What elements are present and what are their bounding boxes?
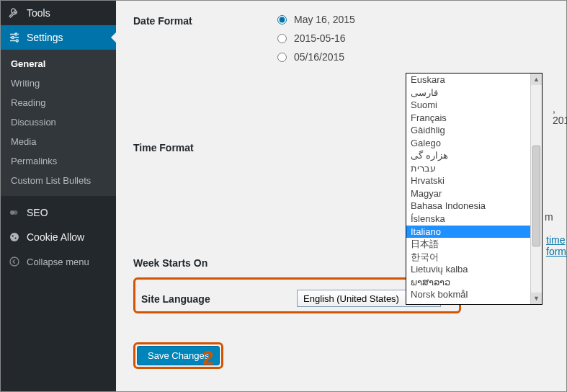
time-formatting-link[interactable]: time formatting — [546, 234, 567, 257]
svg-point-2 — [16, 40, 18, 42]
language-option[interactable]: 日本語 — [406, 238, 542, 251]
cookie-icon — [8, 231, 21, 244]
language-option[interactable]: هزاره گی — [406, 149, 542, 162]
label-time-format: Time Format — [133, 141, 277, 153]
svg-point-0 — [15, 33, 17, 35]
sliders-icon — [8, 31, 21, 44]
sidebar-item-label: Tools — [27, 7, 50, 19]
sidebar-item-tools[interactable]: Tools — [1, 1, 116, 25]
sidebar-item-label: SEO — [27, 207, 48, 218]
language-option[interactable]: ພາສາລາວ — [406, 276, 542, 289]
language-dropdown-list: EuskaraفارسیSuomiFrançaisGàidhligGalegoه… — [406, 74, 542, 304]
language-option[interactable]: Bahasa Indonesia — [406, 200, 542, 213]
sidebar-item-label: Cookie Allow — [27, 231, 84, 243]
scroll-up-icon[interactable]: ▲ — [531, 74, 542, 85]
date-option-3-label: 05/16/2015 — [294, 51, 344, 63]
date-option-3[interactable]: 05/16/2015 — [277, 51, 549, 63]
submenu-writing[interactable]: Writing — [1, 74, 116, 93]
label-date-format: Date Format — [133, 14, 277, 27]
time-formatting-link-wrap: time formatting. — [546, 234, 567, 257]
sidebar-item-seo[interactable]: SEO — [1, 200, 116, 225]
submenu-discussion[interactable]: Discussion — [1, 112, 116, 132]
callout-2: 2 — [202, 347, 214, 370]
date-option-1-label: May 16, 2015 — [294, 14, 355, 25]
label-site-language: Site Language — [141, 292, 297, 305]
language-option[interactable]: Lietuvių kalba — [406, 263, 542, 276]
settings-submenu: General Writing Reading Discussion Media… — [1, 50, 116, 196]
date-option-2-label: 2015-05-16 — [294, 32, 346, 44]
admin-sidebar: Tools Settings General Writing Reading D… — [1, 1, 116, 391]
language-option[interactable]: Magyar — [406, 187, 542, 200]
language-option[interactable]: Italiano — [406, 226, 542, 239]
wrench-icon — [8, 6, 21, 19]
language-option[interactable]: Gàidhlig — [406, 124, 542, 137]
language-option[interactable]: Galego — [406, 137, 542, 150]
svg-point-5 — [10, 233, 19, 241]
sidebar-item-label: Settings — [27, 32, 63, 43]
time-fragment-m: m — [545, 211, 553, 223]
svg-point-4 — [14, 210, 18, 215]
scroll-thumb[interactable] — [532, 146, 540, 246]
main-content: Date Format May 16, 2015 2015-05-16 05/1… — [116, 1, 566, 391]
submenu-permalinks[interactable]: Permalinks — [1, 151, 116, 171]
submenu-general[interactable]: General — [1, 54, 116, 74]
language-option[interactable]: Norsk bokmål — [406, 288, 542, 301]
date-option-1[interactable]: May 16, 2015 — [277, 14, 549, 25]
svg-point-6 — [12, 235, 14, 236]
language-option[interactable]: עברית — [406, 162, 542, 175]
language-dropdown[interactable]: EuskaraفارسیSuomiFrançaisGàidhligGalegoه… — [406, 73, 543, 305]
collapse-menu[interactable]: Collapse menu — [1, 249, 116, 274]
language-option[interactable]: Français — [406, 112, 542, 125]
submenu-media[interactable]: Media — [1, 132, 116, 151]
scroll-down-icon[interactable]: ▼ — [531, 293, 542, 304]
collapse-label: Collapse menu — [27, 257, 89, 267]
row-date-format: Date Format May 16, 2015 2015-05-16 05/1… — [133, 14, 549, 70]
radio-date-3[interactable] — [277, 53, 287, 62]
language-option[interactable]: Íslenska — [406, 213, 542, 226]
dropdown-scrollbar[interactable]: ▲ ▼ — [530, 74, 542, 304]
radio-date-1[interactable] — [277, 15, 287, 24]
language-option[interactable]: Euskara — [406, 74, 542, 86]
date-option-2[interactable]: 2015-05-16 — [277, 32, 549, 44]
svg-point-1 — [12, 37, 14, 39]
language-option[interactable]: 한국어 — [406, 251, 542, 264]
language-option[interactable]: فارسی — [406, 86, 542, 99]
seo-icon — [8, 206, 21, 219]
submenu-reading[interactable]: Reading — [1, 93, 116, 112]
language-option[interactable]: Suomi — [406, 99, 542, 112]
sidebar-item-cookie-allow[interactable]: Cookie Allow — [1, 225, 116, 249]
svg-point-8 — [10, 257, 19, 266]
date-fragment-2015: , 2015 — [553, 103, 567, 126]
sidebar-item-settings[interactable]: Settings — [1, 25, 116, 50]
radio-date-2[interactable] — [277, 34, 287, 43]
submenu-custom-list-bullets[interactable]: Custom List Bullets — [1, 171, 116, 190]
collapse-icon — [8, 255, 21, 268]
label-week-starts: Week Starts On — [133, 256, 277, 269]
language-option[interactable]: Norsk nynorsk — [406, 301, 542, 304]
language-option[interactable]: Hrvatski — [406, 174, 542, 187]
svg-point-7 — [14, 237, 16, 239]
